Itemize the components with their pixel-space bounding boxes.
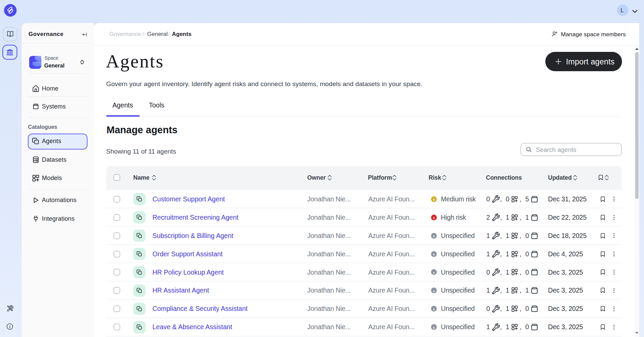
svg-text:i: i xyxy=(9,324,11,329)
